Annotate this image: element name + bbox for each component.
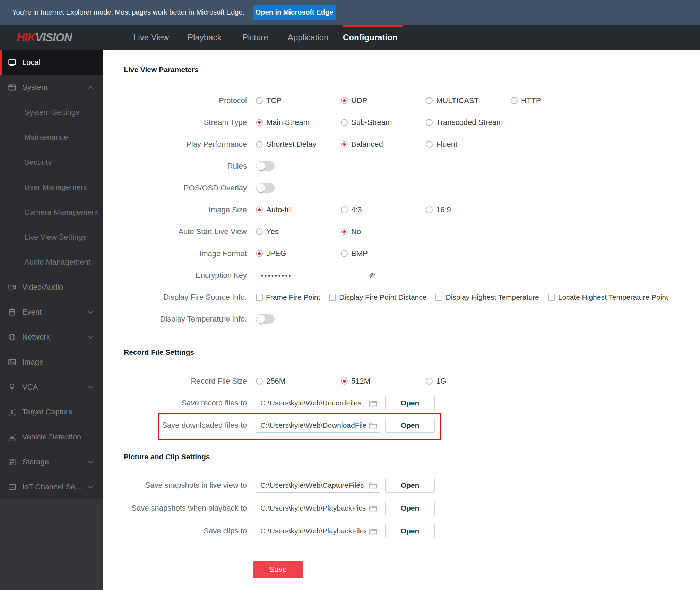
sidebar-item-camera-management[interactable]: Camera Management [0, 200, 103, 225]
open-in-edge-button[interactable]: Open in Microsoft Edge [253, 5, 336, 20]
display-temperature-info-row: Display Temperature Info. [124, 308, 700, 330]
radio-shortest-delay[interactable]: Shortest Delay [256, 140, 341, 149]
save-record-files-input[interactable]: C:\Users\kyle\Web\RecordFiles [256, 396, 380, 410]
sidebar-item-target-capture[interactable]: Target Capture [0, 400, 103, 425]
folder-icon[interactable] [369, 400, 377, 407]
ie-mode-banner: You're in Internet Explorer mode. Most p… [0, 0, 700, 25]
open-capture-files-button[interactable]: Open [385, 478, 435, 493]
sidebar-item-audio-management[interactable]: Audio Management [0, 250, 103, 275]
radio-fluent[interactable]: Fluent [426, 140, 457, 149]
sidebar-item-security[interactable]: Security [0, 150, 103, 175]
sidebar-item-system-settings[interactable]: System Settings [0, 100, 103, 125]
radio-sub-stream[interactable]: Sub-Stream [341, 118, 426, 127]
tab-application[interactable]: Application [288, 25, 328, 50]
folder-icon[interactable] [369, 422, 377, 429]
checkbox-display-highest-temperature[interactable]: Display Highest Temperature [435, 293, 539, 301]
sidebar-item-system[interactable]: System [0, 75, 103, 100]
radio-udp[interactable]: UDP [341, 96, 426, 105]
save-downloaded-files-label: Save downloaded files to [124, 421, 247, 430]
video-icon [8, 283, 17, 292]
radio-no[interactable]: No [341, 227, 361, 236]
sidebar-item-live-view-settings[interactable]: Live View Settings [0, 225, 103, 250]
sidebar-item-vca[interactable]: VCA [0, 375, 103, 400]
radio-transcoded-stream[interactable]: Transcoded Stream [426, 118, 503, 127]
save-snapshots-live-view-input[interactable]: C:\Users\kyle\Web\CaptureFiles [256, 478, 380, 493]
sidebar-item-label: Event [22, 308, 42, 317]
save-button[interactable]: Save [253, 561, 303, 578]
radio-tcp[interactable]: TCP [256, 96, 341, 105]
sidebar-item-image[interactable]: Image [0, 350, 103, 375]
sidebar-item-event[interactable]: Event [0, 300, 103, 325]
open-playback-pics-button[interactable]: Open [385, 501, 435, 515]
folder-icon[interactable] [369, 482, 377, 489]
radio-jpeg[interactable]: JPEG [256, 249, 341, 258]
stream-type-label: Stream Type [124, 118, 247, 127]
image-format-row: Image Format JPEG BMP [124, 242, 700, 264]
checkbox-label: Display Highest Temperature [446, 293, 539, 301]
sidebar-item-vehicle-detection[interactable]: Vehicle Detection [0, 425, 103, 450]
tab-live-view[interactable]: Live View [133, 25, 169, 50]
radio-512m[interactable]: 512M [341, 377, 426, 386]
sidebar-item-local[interactable]: Local [0, 50, 103, 75]
rules-row: Rules [124, 155, 700, 177]
radio-http[interactable]: HTTP [511, 96, 541, 105]
radio-balanced[interactable]: Balanced [341, 140, 426, 149]
pos-osd-overlay-toggle[interactable] [256, 183, 275, 193]
sidebar-menu: Local System System Settings Maintenance… [0, 50, 103, 499]
save-clips-row: Save clips to C:\Users\kyle\Web\Playback… [124, 520, 700, 542]
sidebar-item-user-management[interactable]: User Management [0, 175, 103, 200]
encryption-key-input[interactable]: ••••••••• [256, 268, 380, 283]
encryption-key-row: Encryption Key ••••••••• [124, 264, 700, 286]
radio-circle [256, 97, 263, 104]
folder-icon[interactable] [369, 505, 377, 512]
radio-auto-fill[interactable]: Auto-fill [256, 205, 341, 214]
sidebar-item-label: Local [22, 58, 41, 67]
logo-vision: VISION [35, 31, 72, 44]
radio-circle [256, 141, 263, 148]
sidebar-item-label: Target Capture [22, 408, 73, 417]
sidebar-item-iot-channel[interactable]: IOT IoT Channel Se... [0, 474, 103, 499]
checkbox-box [329, 294, 336, 301]
radio-yes[interactable]: Yes [256, 227, 341, 236]
radio-multicast[interactable]: MULTICAST [426, 96, 511, 105]
sidebar-item-video-audio[interactable]: Video/Audio [0, 275, 103, 300]
open-record-files-button[interactable]: Open [385, 396, 435, 410]
save-downloaded-files-input[interactable]: C:\Users\kyle\Web\DownloadFiles [256, 418, 380, 433]
tab-picture[interactable]: Picture [242, 25, 268, 50]
save-snapshots-playback-input[interactable]: C:\Users\kyle\Web\PlaybackPics [256, 501, 380, 515]
sidebar-item-maintenance[interactable]: Maintenance [0, 125, 103, 150]
sidebar-item-label: IoT Channel Se... [22, 482, 81, 491]
checkbox-display-fire-point-distance[interactable]: Display Fire Point Distance [329, 293, 426, 301]
radio-label: MULTICAST [436, 96, 479, 105]
checkbox-locate-highest-temperature-point[interactable]: Locate Highest Temperature Point [548, 293, 668, 301]
tab-playback[interactable]: Playback [188, 25, 221, 50]
checkbox-frame-fire-point[interactable]: Frame Fire Point [256, 293, 320, 301]
sidebar-item-label: Video/Audio [22, 283, 63, 292]
sidebar-item-label: System [22, 83, 47, 92]
app-header: HIKVISION Live View Playback Picture App… [0, 25, 700, 50]
record-file-size-row: Record File Size 256M 512M 1G [124, 370, 700, 392]
radio-label: TCP [266, 96, 282, 105]
tab-configuration[interactable]: Configuration [343, 25, 397, 50]
sidebar-item-label: Live View Settings [24, 233, 86, 242]
radio-4-3[interactable]: 4:3 [341, 205, 426, 214]
open-downloaded-files-button[interactable]: Open [385, 418, 435, 433]
show-password-icon[interactable] [368, 271, 377, 280]
rules-toggle[interactable] [256, 161, 275, 171]
section-title-live-view-parameters: Live View Parameters [124, 65, 700, 74]
folder-icon[interactable] [369, 528, 377, 535]
radio-circle [341, 250, 348, 257]
open-playback-files-button[interactable]: Open [385, 524, 435, 538]
sidebar-item-network[interactable]: Network [0, 325, 103, 350]
radio-1g[interactable]: 1G [426, 377, 446, 386]
sidebar-item-storage[interactable]: Storage [0, 450, 103, 474]
save-clips-input[interactable]: C:\Users\kyle\Web\PlaybackFiles [256, 524, 380, 538]
radio-256m[interactable]: 256M [256, 377, 341, 386]
content-panel: Live View Parameters Protocol TCP UDP MU… [103, 50, 700, 590]
radio-main-stream[interactable]: Main Stream [256, 118, 341, 127]
radio-16-9[interactable]: 16:9 [426, 205, 451, 214]
radio-label: Main Stream [266, 118, 310, 127]
storage-icon [8, 458, 17, 467]
display-temperature-info-toggle[interactable] [256, 314, 275, 324]
radio-bmp[interactable]: BMP [341, 249, 368, 258]
